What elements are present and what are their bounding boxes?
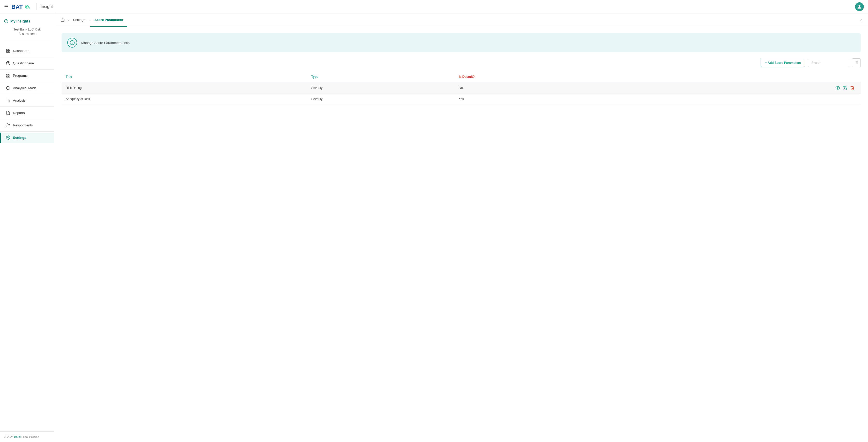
svg-rect-15	[8, 76, 10, 77]
table-body: Risk Rating Severity No	[62, 82, 861, 104]
sidebar-item-questionnaire[interactable]: Questionnaire	[0, 58, 54, 68]
list-view-button[interactable]	[852, 59, 861, 67]
question-icon	[6, 61, 10, 65]
layout: My Insights Test Bank LLC Risk Assessmen…	[0, 13, 868, 442]
breadcrumb-score-parameters[interactable]: Score Parameters	[90, 13, 127, 27]
sidebar-item-settings[interactable]: Settings	[0, 133, 54, 143]
col-is-default: Is Default?	[455, 72, 638, 82]
cell-is-default: No	[455, 82, 638, 94]
info-icon-circle	[67, 38, 77, 47]
svg-point-31	[837, 88, 838, 89]
edit-icon[interactable]	[843, 86, 847, 90]
view-icon[interactable]	[835, 86, 840, 90]
sidebar-footer: © 2024 Batoi Legal Policies	[0, 432, 54, 442]
divider-4	[0, 94, 54, 94]
sidebar-item-respondents[interactable]: Respondents	[0, 120, 54, 130]
svg-text:BAT: BAT	[11, 4, 23, 10]
cell-type: Severity	[307, 94, 455, 104]
sidebar: My Insights Test Bank LLC Risk Assessmen…	[0, 13, 54, 442]
file-icon	[6, 111, 10, 115]
grid-icon	[6, 73, 10, 78]
svg-rect-7	[6, 49, 8, 50]
app-name: Insight	[41, 4, 53, 9]
svg-rect-8	[8, 49, 10, 50]
person-icon	[857, 4, 862, 9]
divider-7	[0, 131, 54, 132]
home-breadcrumb-icon	[61, 18, 65, 22]
footer-brand-link[interactable]: Batoi	[14, 435, 21, 438]
breadcrumb-collapse-btn[interactable]: ‹	[860, 17, 862, 23]
col-actions	[638, 72, 861, 82]
info-banner-text: Manage Score Parameters here.	[81, 41, 130, 45]
search-input[interactable]	[808, 59, 849, 67]
cell-is-default: Yes	[455, 94, 638, 104]
svg-point-21	[7, 137, 8, 138]
info-banner: Manage Score Parameters here.	[62, 33, 861, 52]
list-icon	[854, 61, 859, 65]
sidebar-item-analytical-model[interactable]: Analytical Model	[0, 83, 54, 93]
sidebar-nav: Dashboard Questionnaire Programs Analyti…	[0, 44, 54, 432]
divider-2	[0, 69, 54, 70]
svg-rect-13	[6, 74, 8, 75]
sidebar-item-programs[interactable]: Programs	[0, 71, 54, 81]
divider-6	[0, 119, 54, 119]
gear-icon	[6, 135, 10, 140]
svg-rect-9	[8, 51, 10, 53]
avatar[interactable]	[855, 2, 864, 11]
svg-rect-14	[8, 74, 10, 75]
svg-rect-10	[6, 51, 8, 53]
sidebar-item-dashboard[interactable]: Dashboard	[0, 46, 54, 56]
main-content: › Settings › Score Parameters ‹	[54, 13, 868, 442]
table-row: Adequacy of Risk Severity Yes	[62, 94, 861, 104]
add-score-parameters-button[interactable]: + Add Score Parameters	[761, 59, 805, 67]
delete-icon[interactable]	[850, 86, 855, 90]
cell-title: Risk Rating	[62, 82, 307, 94]
svg-point-20	[7, 124, 8, 125]
bar-icon	[6, 98, 10, 103]
logo: BAT O ®	[11, 3, 32, 10]
chart-icon	[6, 86, 10, 90]
col-title: Title	[62, 72, 307, 82]
breadcrumb-settings[interactable]: Settings	[69, 13, 89, 27]
divider-1	[0, 57, 54, 57]
cell-type: Severity	[307, 82, 455, 94]
sidebar-top: My Insights Test Bank LLC Risk Assessmen…	[0, 13, 54, 44]
table: Title Type Is Default? Risk Rating Sever…	[62, 72, 861, 104]
col-type: Type	[307, 72, 455, 82]
breadcrumb-home[interactable]	[61, 13, 68, 27]
breadcrumb-bar: › Settings › Score Parameters ‹	[54, 13, 868, 27]
logo-svg: BAT O ®	[11, 3, 32, 10]
table-row: Risk Rating Severity No	[62, 82, 861, 94]
divider-5	[0, 106, 54, 107]
cell-actions	[638, 94, 861, 104]
toolbar: + Add Score Parameters	[62, 59, 861, 67]
search-input-wrap	[808, 59, 849, 67]
info-icon	[70, 40, 75, 45]
table-header: Title Type Is Default?	[62, 72, 861, 82]
my-insights-icon	[4, 19, 8, 23]
svg-text:O: O	[25, 5, 28, 9]
menu-icon[interactable]: ☰	[4, 4, 8, 9]
sidebar-project-name: Test Bank LLC Risk Assessment	[4, 25, 50, 40]
score-parameters-table: Title Type Is Default? Risk Rating Sever…	[62, 72, 861, 104]
home-icon	[6, 48, 10, 53]
cell-title: Adequacy of Risk	[62, 94, 307, 104]
row-actions	[642, 86, 857, 90]
sidebar-item-reports[interactable]: Reports	[0, 108, 54, 118]
cell-actions	[638, 82, 861, 94]
sidebar-my-insights[interactable]: My Insights	[4, 17, 50, 25]
people-icon	[6, 123, 10, 128]
content-area: Manage Score Parameters here. + Add Scor…	[54, 27, 868, 442]
svg-rect-16	[6, 76, 8, 77]
sidebar-item-analysis[interactable]: Analysis	[0, 95, 54, 105]
svg-text:®: ®	[29, 7, 30, 9]
navbar: ☰ BAT O ® Insight	[0, 0, 868, 13]
